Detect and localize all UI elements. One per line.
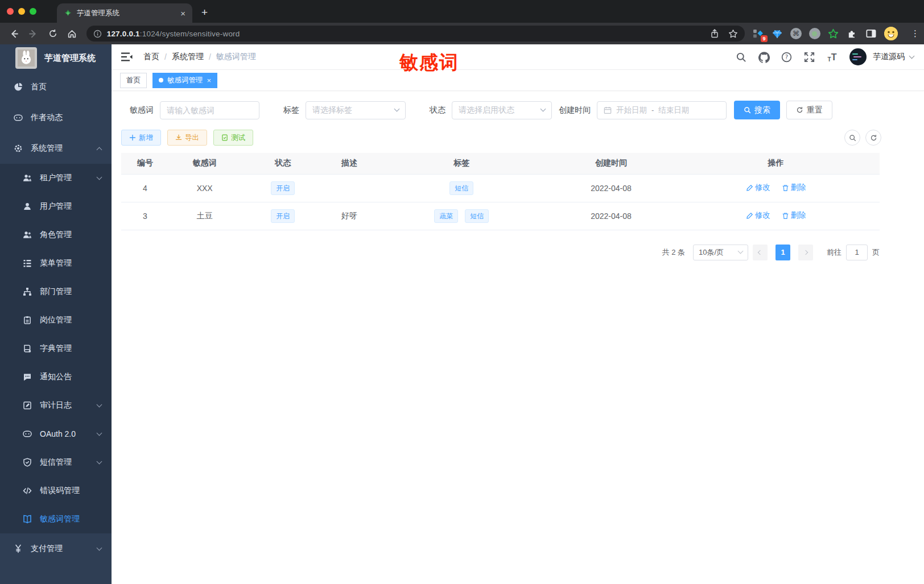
sidebar-item-label: 支付管理 [31,544,97,554]
sidebar-item-label: 短信管理 [40,457,97,467]
sidebar-item-dict[interactable]: 字典管理 [0,334,112,363]
user-avatar[interactable] [849,48,867,65]
add-button[interactable]: 新增 [121,130,161,146]
window-zoom-button[interactable] [30,8,36,15]
fullscreen-icon[interactable] [804,52,815,63]
edit-link-label: 修改 [755,210,770,221]
tab-close-icon[interactable]: × [180,9,185,18]
goto-page: 前往 页 [827,245,880,260]
share-icon[interactable] [710,29,719,38]
favicon-plant-icon [64,9,72,18]
extension-green-star-icon[interactable] [828,28,839,39]
top-navbar: 首页 / 系统管理 / 敏感词管理 敏感词 ? [112,44,924,70]
view-tab-home[interactable]: 首页 [120,73,147,88]
sidebar-item-sensitive-word[interactable]: 敏感词管理 [0,505,112,533]
sidebar-item-author-news[interactable]: 作者动态 [0,102,112,133]
extension-record-icon[interactable] [809,28,820,39]
user-dropdown-caret-icon[interactable] [909,53,915,59]
url-bar[interactable]: 127.0.0.1:1024/system/sensitive-word [86,26,745,42]
browser-toolbar: 127.0.0.1:1024/system/sensitive-word 9 ⌘ [0,23,924,44]
tab-close-icon[interactable]: × [207,76,212,85]
github-icon[interactable] [758,52,769,63]
refresh-table-button[interactable] [865,130,881,146]
status-label: 状态 [430,105,446,115]
app-logo[interactable]: 芋道管理系统 [0,44,112,72]
delete-link[interactable]: 删除 [782,210,806,221]
breadcrumb-section[interactable]: 系统管理 [172,52,204,62]
search-icon[interactable] [736,52,746,63]
reload-icon[interactable] [44,25,61,42]
sidebar-item-oauth[interactable]: OAuth 2.0 [0,420,112,448]
extension-gem-icon[interactable] [772,28,783,39]
extension-command-icon[interactable]: ⌘ [790,28,802,39]
goto-page-input[interactable] [846,245,868,260]
sidebar-item-notice[interactable]: 通知公告 [0,363,112,391]
sidebar-item-role[interactable]: 角色管理 [0,221,112,249]
sidebar-item-system[interactable]: 系统管理 [0,133,112,164]
site-info-icon[interactable] [93,30,102,38]
chevron-down-icon [97,430,102,436]
sidebar: 芋道管理系统 首页 作者动态 系统管理 [0,44,112,584]
edit-link[interactable]: 修改 [746,210,770,221]
forward-icon[interactable] [25,25,42,42]
sidebar-item-label: 岗位管理 [40,315,101,325]
browser-tab[interactable]: 芋道管理系统 × [57,3,192,23]
keyword-input[interactable] [167,106,253,115]
search-button[interactable]: 搜索 [734,101,780,119]
sidebar-item-label: 首页 [31,82,101,92]
robot-face-icon [23,429,32,438]
back-icon[interactable] [6,25,23,42]
cell-tags: 短信 [373,174,550,202]
bookmark-star-icon[interactable] [728,29,738,39]
export-button-label: 导出 [185,133,199,143]
sidebar-item-error-code[interactable]: 错误码管理 [0,477,112,505]
font-size-icon[interactable]: TT [827,52,838,63]
breadcrumb-home[interactable]: 首页 [143,52,159,62]
word-tag: 蔬菜 [434,209,458,223]
side-panel-icon[interactable] [865,28,877,39]
system-submenu: 租户管理 用户管理 角色管理 菜单管理 [0,164,112,533]
sidebar-fold-icon[interactable] [119,49,134,64]
reset-button[interactable]: 重置 [786,101,832,119]
chevron-down-icon [97,401,102,407]
extension-diamond-icon[interactable]: 9 [753,28,764,39]
chevron-down-icon [738,248,744,254]
dashboard-icon [14,82,23,92]
test-button[interactable]: 测试 [213,130,253,146]
edit-link[interactable]: 修改 [746,183,770,193]
sidebar-item-payment[interactable]: 支付管理 [0,533,112,564]
window-minimize-button[interactable] [18,8,25,15]
new-tab-button[interactable]: + [201,6,208,19]
svg-text:?: ? [785,54,788,60]
sidebar-item-dept[interactable]: 部门管理 [0,277,112,306]
export-button[interactable]: 导出 [167,130,207,146]
date-range-picker[interactable]: 开始日期 - 结束日期 [597,101,727,119]
tag-select[interactable]: 请选择标签 [306,101,406,119]
chevron-down-icon [394,106,400,112]
sidebar-item-menu[interactable]: 菜单管理 [0,249,112,277]
sidebar-item-tenant[interactable]: 租户管理 [0,164,112,192]
help-icon[interactable]: ? [781,52,792,63]
home-icon[interactable] [64,25,81,42]
sidebar-item-home[interactable]: 首页 [0,72,112,102]
date-end-placeholder: 结束日期 [658,105,689,115]
username-label[interactable]: 芋道源码 [873,52,905,62]
active-dot-icon [159,78,163,82]
view-tab-sensitive-word[interactable]: 敏感词管理 × [152,73,217,88]
page-size-select[interactable]: 10条/页 [693,245,748,260]
toggle-search-button[interactable] [844,130,860,146]
next-page-button[interactable] [798,245,813,260]
status-select[interactable]: 请选择启用状态 [452,101,552,119]
window-close-button[interactable] [7,8,14,15]
sidebar-item-sms[interactable]: 短信管理 [0,448,112,477]
sidebar-item-user[interactable]: 用户管理 [0,192,112,221]
prev-page-button[interactable] [753,245,768,260]
profile-avatar-emoji[interactable] [884,27,898,40]
delete-link[interactable]: 删除 [782,183,806,193]
extensions-puzzle-icon[interactable] [847,28,858,39]
current-page-button[interactable]: 1 [776,245,790,260]
extension-badge: 9 [761,35,768,42]
sidebar-item-audit-log[interactable]: 审计日志 [0,391,112,420]
sidebar-item-post[interactable]: 岗位管理 [0,306,112,334]
browser-menu-icon[interactable]: ⋮ [911,28,919,39]
